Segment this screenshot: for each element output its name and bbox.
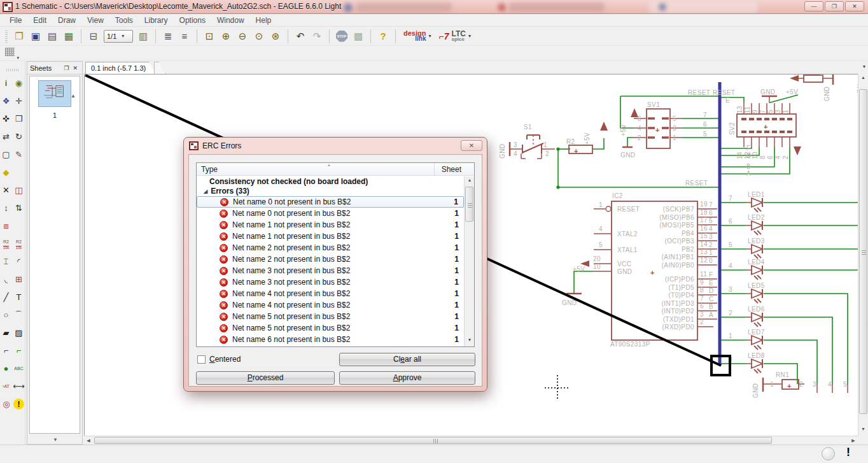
undo-icon[interactable]: ↶ <box>293 29 308 44</box>
error-row[interactable]: ✕Net name 2 not present in bus B$21 <box>197 242 464 253</box>
menu-options[interactable]: Options <box>174 15 211 26</box>
run-script-icon[interactable]: ≣ <box>160 29 176 44</box>
sheet-thumbnail[interactable]: 1 <box>35 80 74 119</box>
checkbox-box[interactable] <box>197 355 206 364</box>
zoom-select-icon[interactable]: ⊙ <box>251 29 267 44</box>
mirror-tool[interactable]: ⇄ <box>1 130 12 144</box>
consistency-row[interactable]: Consistency not checked (no board loaded… <box>197 176 464 186</box>
design-link-button[interactable]: designlink▾ <box>403 31 431 41</box>
run-ulp-icon[interactable]: ≡ <box>177 29 192 44</box>
error-list-scrollbar[interactable]: ▲ ▼ <box>464 176 474 346</box>
miter-tool[interactable]: ◜ <box>13 255 25 269</box>
column-type[interactable]: Type <box>201 165 218 174</box>
print-icon[interactable]: ▤ <box>45 29 60 44</box>
error-list[interactable]: Type ▲ Sheet Consistency not checked (no… <box>196 162 475 347</box>
traffic-light-icon[interactable]: ▩ <box>351 29 366 44</box>
invoke-tool[interactable]: ⊞ <box>13 273 25 287</box>
minimize-button[interactable]: — <box>804 1 823 11</box>
toolbar-overflow-chevron-icon[interactable]: ▾ <box>863 64 865 69</box>
vertical-scroll-thumb[interactable] <box>859 89 867 414</box>
open-icon[interactable]: ❐ <box>11 29 27 44</box>
copy-tool[interactable]: ❒ <box>13 112 25 126</box>
group-tool[interactable]: ▢ <box>1 148 12 162</box>
zoom-fit-icon[interactable]: ⊡ <box>202 29 217 44</box>
info-tool[interactable]: i <box>1 76 12 90</box>
error-row[interactable]: ✕Net name 1 not present in bus B$21 <box>197 231 464 242</box>
dialog-title-bar[interactable]: ERC Errors <box>184 138 487 154</box>
processed-button[interactable]: Processed <box>196 371 335 385</box>
grid-button[interactable]: ▾ <box>5 48 19 59</box>
scroll-left-icon[interactable]: ◀ <box>84 436 93 445</box>
menu-edit[interactable]: Edit <box>27 15 52 26</box>
error-row[interactable]: ✕Net name 3 not present in bus B$21 <box>197 276 464 288</box>
circle-tool[interactable]: ○ <box>1 308 12 322</box>
error-row[interactable]: ✕Net name 5 not present in bus B$21 <box>197 322 464 334</box>
junction-tool[interactable]: ● <box>1 362 12 376</box>
error-row[interactable]: ✕Net name 3 not present in bus B$21 <box>197 265 464 276</box>
smash-tool[interactable]: ⌶ <box>1 255 12 269</box>
text-tool[interactable]: T <box>13 290 25 304</box>
save-icon[interactable]: ▣ <box>28 29 43 44</box>
label-tool[interactable]: ABC <box>13 362 25 376</box>
menu-view[interactable]: View <box>81 15 109 26</box>
float-panel-icon[interactable]: ❐ <box>62 65 71 71</box>
error-exclamation-icon[interactable]: ! <box>846 446 850 459</box>
menu-help[interactable]: Help <box>250 15 277 26</box>
export-image-icon[interactable]: ▦ <box>61 29 76 44</box>
add-tool[interactable]: ◫ <box>13 183 25 197</box>
sheets-scroll-down-icon[interactable]: ▼ <box>53 437 58 443</box>
list-scroll-thumb[interactable] <box>465 187 473 222</box>
canvas-vertical-scrollbar[interactable]: ▲ ▼ <box>858 74 868 436</box>
scroll-right-icon[interactable]: ▶ <box>849 436 858 445</box>
error-list-header[interactable]: Type ▲ Sheet <box>197 163 474 176</box>
scroll-down-icon[interactable]: ▼ <box>859 427 867 434</box>
restore-button[interactable]: ❐ <box>825 1 844 11</box>
centered-checkbox[interactable]: Centered <box>197 355 241 364</box>
zoom-out-icon[interactable]: ⊖ <box>235 29 250 44</box>
change-tool[interactable]: ✎ <box>13 148 25 162</box>
menu-draw[interactable]: Draw <box>52 15 81 26</box>
error-row[interactable]: ✕Net name 4 not present in bus B$21 <box>197 288 464 299</box>
attribute-tool[interactable]: ›AT <box>1 380 12 394</box>
zoom-in-icon[interactable]: ⊕ <box>218 29 234 44</box>
collapse-triangle-icon[interactable]: ◢ <box>204 189 207 194</box>
net-tool[interactable]: ⌐ <box>13 344 25 358</box>
close-panel-icon[interactable]: ✕ <box>71 65 80 71</box>
error-row[interactable]: ✕Net name 6 not present in bus B$21 <box>197 334 464 345</box>
sheets-scroll-up-icon[interactable]: ▲ <box>71 93 76 99</box>
rect-tool[interactable]: ▰ <box>1 326 12 340</box>
list-scroll-up-icon[interactable]: ▲ <box>465 178 474 185</box>
scroll-up-icon[interactable]: ▲ <box>859 75 867 83</box>
help-icon[interactable]: ? <box>375 29 391 44</box>
stop-icon[interactable]: STOP <box>334 29 349 44</box>
polygon-tool[interactable]: ▨ <box>13 326 25 340</box>
error-row[interactable]: ✕Net name 0 not present in bus B$21 <box>197 208 464 219</box>
error-row[interactable]: ✕Net name 5 not present in bus B$21 <box>197 311 464 322</box>
errors-group-row[interactable]: ◢ Errors (33) <box>197 186 464 196</box>
paste-tool[interactable]: ◆ <box>1 166 12 180</box>
pinswap-tool[interactable]: ↕ <box>1 201 12 215</box>
value-tool[interactable]: R210k <box>13 237 25 251</box>
error-row[interactable]: ✕Net name 4 not present in bus B$21 <box>197 299 464 311</box>
replace-tool[interactable]: ⧈ <box>1 219 12 233</box>
zoom-redraw-icon[interactable]: ⊛ <box>268 29 283 44</box>
delete-tool[interactable]: ✕ <box>1 183 12 197</box>
gateswap-tool[interactable]: ⇅ <box>13 201 25 215</box>
horizontal-scroll-thumb[interactable] <box>94 437 772 444</box>
dialog-close-button[interactable]: ✕ <box>461 140 482 151</box>
list-scroll-down-icon[interactable]: ▼ <box>465 338 474 345</box>
close-button[interactable]: ✕ <box>845 1 864 11</box>
bus-tool[interactable]: ⌐ <box>1 344 12 358</box>
error-row[interactable]: ✕Net name 1 not present in bus B$21 <box>197 219 464 231</box>
move-tool[interactable]: ✜ <box>1 112 12 126</box>
clear-all-button[interactable]: Clear all <box>339 353 475 366</box>
display-layers-tool[interactable]: ❖ <box>1 94 12 108</box>
errors-tool[interactable]: ! <box>13 399 24 410</box>
dimension-tool[interactable]: ⟷ <box>13 380 25 394</box>
menu-library[interactable]: Library <box>139 15 174 26</box>
erc-tool[interactable]: ◎ <box>1 397 12 411</box>
status-indicator-icon[interactable] <box>822 447 835 460</box>
error-row[interactable]: ✕Net name 2 not present in bus B$21 <box>197 253 464 265</box>
library-icon[interactable]: ▥ <box>136 29 151 44</box>
wire-tool[interactable]: ╱ <box>1 290 12 304</box>
